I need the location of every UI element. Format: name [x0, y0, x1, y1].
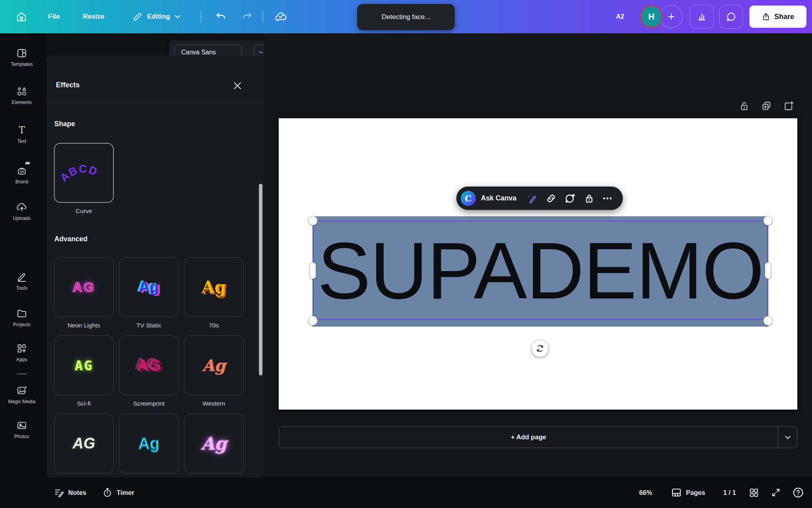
sidebar-item-apps[interactable]: Apps: [0, 343, 44, 362]
bottom-bar: Notes Timer 66% Pages 1 / 1: [0, 477, 812, 508]
selection-handle-right[interactable]: [765, 262, 771, 279]
ask-canva-button[interactable]: Ask Canva: [481, 194, 517, 202]
zoom-percent[interactable]: 66%: [639, 477, 652, 508]
timer-button[interactable]: Timer: [102, 477, 134, 508]
sidebar-item-templates[interactable]: Templates: [0, 48, 44, 67]
home-button[interactable]: [10, 0, 33, 33]
font-family-value: Canva Sans: [181, 49, 216, 56]
canva-logo: C: [461, 191, 476, 206]
fullscreen-button[interactable]: [771, 477, 781, 508]
comments-icon: [726, 11, 737, 22]
notes-icon: [54, 487, 64, 498]
sidebar-item-magic-media[interactable]: Magic Media: [0, 385, 44, 404]
text-icon: T: [16, 125, 27, 136]
menu-editing[interactable]: Editing: [123, 0, 190, 33]
doc-badge: A2: [609, 0, 631, 33]
cloud-check-icon: [274, 11, 287, 23]
sidebar-item-elements[interactable]: Elements: [0, 86, 44, 105]
sidebar-item-projects[interactable]: Projects: [0, 308, 44, 327]
add-member-button[interactable]: [660, 5, 683, 28]
undo-icon: [215, 12, 226, 22]
add-page-corner-button[interactable]: [782, 99, 795, 113]
close-icon: [233, 81, 242, 90]
duplicate-page-button[interactable]: [760, 99, 773, 113]
share-button[interactable]: Share: [749, 6, 806, 28]
undo-button[interactable]: [211, 0, 231, 33]
add-page-expand-button[interactable]: [778, 435, 797, 439]
comment-add-icon: [564, 192, 576, 204]
page-lock-button[interactable]: [737, 99, 751, 113]
lock-button[interactable]: [583, 192, 595, 204]
timer-icon: [102, 487, 113, 498]
design-page[interactable]: SUPADEMO: [279, 118, 797, 410]
link-button[interactable]: [545, 192, 557, 204]
comment-add-button[interactable]: [564, 192, 576, 204]
photos-icon: [16, 420, 27, 431]
menu-editing-label: Editing: [147, 13, 170, 21]
fullscreen-icon: [771, 487, 781, 498]
menu-file-label: File: [48, 13, 59, 21]
sidebar-item-brand[interactable]: co Brand: [0, 165, 44, 185]
add-page-label: + Add page: [279, 433, 778, 441]
selection-handle-top-left[interactable]: [308, 216, 318, 225]
help-button[interactable]: [792, 477, 804, 508]
menu-file[interactable]: File: [39, 0, 69, 33]
redo-icon: [241, 12, 253, 22]
magic-media-icon: [16, 385, 27, 396]
effect-tv-static[interactable]: Ag TV Static: [119, 257, 179, 329]
panel-scrollbar[interactable]: [259, 184, 262, 375]
projects-icon: [16, 308, 27, 319]
selection-handle-bottom-right[interactable]: [763, 316, 773, 325]
svg-text:T: T: [19, 125, 25, 136]
magic-edit-button[interactable]: [526, 192, 538, 204]
panel-divider: [46, 102, 264, 102]
grid-view-button[interactable]: [749, 477, 759, 508]
more-options-button[interactable]: [601, 192, 613, 204]
curve-preview: ABCD: [55, 144, 113, 202]
effect-screenprint[interactable]: AG Screenprint: [119, 335, 179, 407]
sidebar-item-text[interactable]: T Text: [0, 125, 44, 144]
effect-70s[interactable]: Ag 70s: [184, 257, 244, 329]
effect-sci-fi[interactable]: AG Sci-fi: [54, 335, 114, 407]
menu-resize-label: Resize: [83, 13, 104, 21]
selection-handle-bottom-left[interactable]: [308, 316, 318, 325]
sidebar-item-tools[interactable]: Tools: [0, 271, 44, 291]
brand-icon: co: [16, 165, 27, 176]
selection-handle-top-right[interactable]: [763, 216, 773, 225]
selection-handle-left[interactable]: [310, 262, 316, 279]
pages-button[interactable]: Pages: [671, 477, 705, 508]
notes-button[interactable]: Notes: [54, 477, 86, 508]
advanced-effects-grid: AG Neon Lights Ag TV Static Ag 70s AG Sc…: [54, 257, 257, 477]
close-panel-button[interactable]: [232, 80, 243, 91]
effects-panel: Effects Shape ABCD Curve Advanced AG: [46, 56, 264, 477]
avatar-initial: H: [648, 12, 655, 22]
menu-resize[interactable]: Resize: [75, 0, 113, 33]
add-page-corner-icon: [783, 100, 794, 112]
effect-marker[interactable]: AG: [54, 414, 114, 477]
comments-button[interactable]: [719, 5, 743, 29]
save-status-button[interactable]: [270, 0, 291, 33]
chevron-down-icon: [785, 435, 791, 439]
topbar-divider: [262, 10, 263, 23]
sidebar-item-photos[interactable]: Photos: [0, 420, 44, 439]
insights-button[interactable]: [690, 5, 714, 29]
apps-icon: [16, 343, 27, 354]
effect-curve[interactable]: ABCD Curve: [54, 143, 114, 215]
redo-button[interactable]: [237, 0, 257, 33]
rotate-handle[interactable]: [531, 340, 549, 357]
selection-border: [313, 221, 768, 320]
pages-icon: [671, 487, 682, 498]
section-heading-advanced: Advanced: [54, 235, 88, 243]
effect-curve-card[interactable]: ABCD: [54, 143, 114, 203]
avatar[interactable]: H: [640, 5, 663, 28]
add-page-button[interactable]: + Add page: [279, 426, 797, 448]
plus-icon: [667, 13, 675, 21]
sidebar-item-uploads[interactable]: Uploads: [0, 202, 44, 221]
effect-neon-lights[interactable]: AG Neon Lights: [54, 257, 114, 329]
canva-editor: File Resize Editing: [0, 0, 812, 508]
effect-western[interactable]: Ag Western: [184, 335, 244, 407]
effect-bubble[interactable]: Ag: [119, 414, 179, 477]
magic-edit-icon: [527, 193, 538, 204]
effect-neon-script[interactable]: Ag: [184, 414, 244, 477]
unlock-icon: [739, 100, 750, 112]
